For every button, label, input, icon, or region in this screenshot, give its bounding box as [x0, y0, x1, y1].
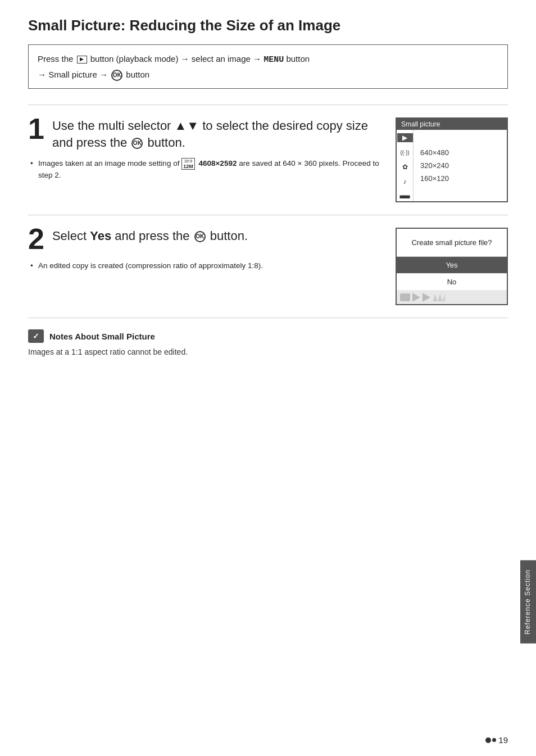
ok-icon-instruction: OK — [111, 70, 122, 81]
ok-icon-step2: OK — [194, 231, 206, 242]
instruction-line1: Press the button (playback mode) → selec… — [38, 54, 310, 64]
page-content: Small Picture: Reducing the Size of an I… — [0, 0, 536, 390]
instruction-button-label: button — [286, 54, 310, 64]
screen1-opt3: 160×120 — [420, 174, 500, 183]
screen1-icon-wifi: ((·)) — [400, 150, 409, 156]
footer-zigzag — [433, 293, 445, 301]
notes-title-row: Notes About Small Picture — [28, 329, 508, 343]
page-dot-large — [485, 737, 491, 743]
footer-triangle — [412, 293, 420, 302]
notes-check-icon — [28, 329, 44, 343]
page-num-text: 19 — [498, 735, 508, 745]
ok-icon-step1: OK — [131, 138, 143, 149]
footer-icon1 — [400, 293, 410, 301]
screen1-opt1: 640×480 — [420, 148, 500, 157]
screen1-body: ▶ ((·)) ✿ ♪ ▬ 640×480 320×240 160×120 — [397, 130, 507, 201]
step2-right: Create small picture file? Yes No — [396, 228, 508, 305]
notes-title: Notes About Small Picture — [49, 332, 155, 341]
step2-number: 2 — [28, 228, 44, 253]
screen1-header: Small picture — [397, 119, 507, 130]
screen2-no: No — [397, 274, 507, 291]
screen1-icon-bar: ▬ — [400, 193, 410, 198]
screen1-icon-playback: ▶ — [397, 133, 413, 142]
mode-badge: 16:9 12M — [181, 158, 195, 170]
screen1-icons: ▶ ((·)) ✿ ♪ ▬ — [397, 130, 414, 201]
step2-left: 2 Select Yes and press the OK button. An… — [28, 228, 382, 305]
menu-label: MENU — [264, 55, 284, 65]
step1-heading: 1 Use the multi selector ▲▼ to select th… — [28, 117, 382, 151]
page-dot-small — [492, 738, 496, 742]
step2-screen: Create small picture file? Yes No — [396, 228, 508, 305]
page-number: 19 — [485, 735, 508, 745]
step2-heading: 2 Select Yes and press the OK button. — [28, 228, 382, 253]
instruction-line2: → Small picture → OK button — [38, 70, 149, 79]
page-icon — [485, 737, 496, 743]
notes-text: Images at a 1:1 aspect ratio cannot be e… — [28, 347, 508, 356]
step2-bullets: An edited copy is created (compression r… — [28, 260, 382, 271]
instruction-box: Press the button (playback mode) → selec… — [28, 44, 508, 89]
screen1-options: 640×480 320×240 160×120 — [414, 130, 507, 201]
instruction-playback-label: button (playback mode) → select an image… — [90, 54, 261, 64]
step1-section: 1 Use the multi selector ▲▼ to select th… — [28, 105, 508, 215]
step1-number: 1 — [28, 117, 44, 143]
page-title: Small Picture: Reducing the Size of an I… — [28, 17, 508, 34]
step1-bullet1: Images taken at an image mode setting of… — [28, 158, 382, 182]
screen1-opt2: 320×240 — [420, 161, 500, 170]
step1-left: 1 Use the multi selector ▲▼ to select th… — [28, 117, 382, 202]
step2-bullet1: An edited copy is created (compression r… — [28, 260, 382, 271]
screen1-icon-music: ♪ — [403, 178, 407, 185]
step1-bullets: Images taken at an image mode setting of… — [28, 158, 382, 182]
notes-section: Notes About Small Picture Images at a 1:… — [28, 318, 508, 356]
step2-yes: Yes — [90, 229, 111, 243]
reference-tab: Reference Section — [520, 560, 536, 644]
footer-triangle2 — [423, 293, 430, 302]
screen2-yes: Yes — [397, 257, 507, 274]
screen2-dialog: Create small picture file? — [397, 229, 507, 257]
resolution-bold: 4608×2592 — [198, 159, 237, 168]
playback-icon — [77, 56, 87, 64]
step1-right: Small picture ▶ ((·)) ✿ ♪ ▬ 640×480 320×… — [396, 117, 508, 202]
screen1-icon-flower: ✿ — [402, 164, 408, 170]
step1-screen: Small picture ▶ ((·)) ✿ ♪ ▬ 640×480 320×… — [396, 117, 508, 202]
step2-section: 2 Select Yes and press the OK button. An… — [28, 215, 508, 318]
screen2-footer — [397, 291, 507, 304]
